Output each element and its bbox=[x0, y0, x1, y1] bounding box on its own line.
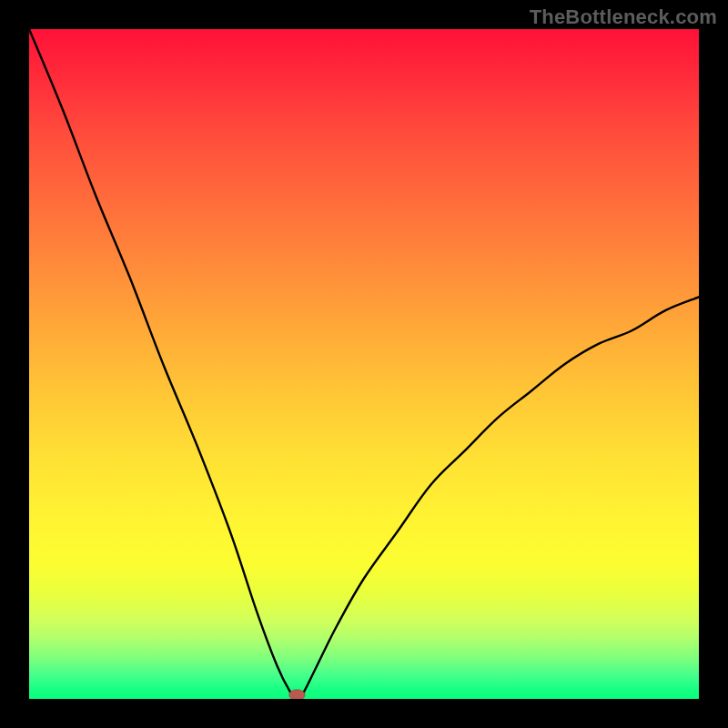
bottleneck-curve bbox=[29, 29, 699, 699]
watermark-text: TheBottleneck.com bbox=[530, 5, 717, 29]
minimum-marker bbox=[289, 690, 306, 699]
chart-frame: TheBottleneck.com bbox=[0, 0, 728, 728]
chart-svg bbox=[29, 29, 699, 699]
plot-area bbox=[29, 29, 699, 699]
